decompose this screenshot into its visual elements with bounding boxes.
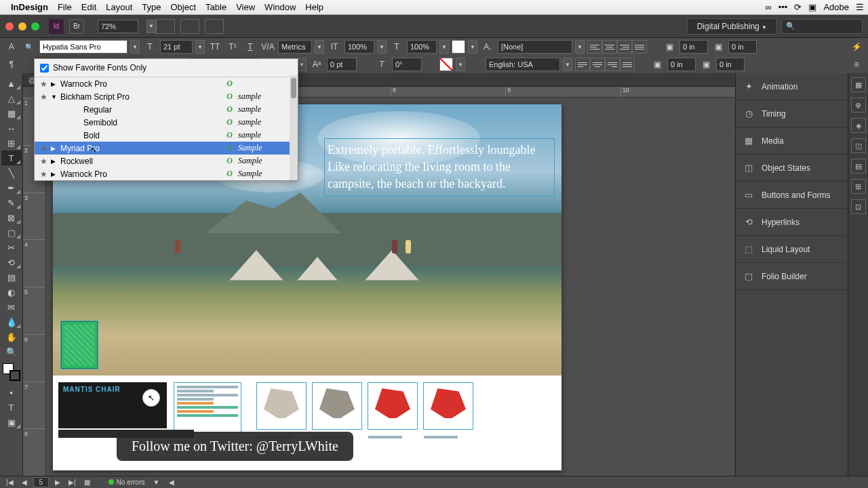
superscript-icon[interactable]: T¹ bbox=[225, 40, 240, 54]
font-row[interactable]: SemiboldOsample bbox=[35, 116, 298, 129]
vscale-dropdown[interactable]: ▼ bbox=[377, 40, 387, 54]
show-favorites-checkbox[interactable] bbox=[40, 64, 49, 73]
help-search[interactable]: 🔍 bbox=[781, 19, 863, 34]
justify-button[interactable] bbox=[632, 40, 647, 54]
favorite-star-icon[interactable]: ★ bbox=[40, 79, 51, 89]
panel-hyperlinks[interactable]: ⟲Hyperlinks bbox=[736, 209, 848, 236]
justify-last-center[interactable] bbox=[590, 58, 605, 71]
menubar-list-icon[interactable]: ☰ bbox=[856, 2, 864, 12]
favorite-star-icon[interactable]: ★ bbox=[40, 169, 51, 179]
kerning-field[interactable]: Metrics bbox=[278, 40, 312, 54]
pencil-tool[interactable]: ✎ bbox=[1, 195, 22, 210]
sidebar-block[interactable] bbox=[174, 382, 241, 433]
font-row[interactable]: ★▶Myriad Pro↖OSample bbox=[35, 142, 298, 155]
dock-icon[interactable]: ◈ bbox=[851, 118, 866, 133]
kerning-dropdown[interactable]: ▼ bbox=[315, 40, 324, 54]
first-page-button[interactable]: |◀ bbox=[4, 479, 16, 486]
screen-mode[interactable] bbox=[180, 19, 199, 34]
product-thumb[interactable] bbox=[368, 382, 418, 430]
align-center-button[interactable] bbox=[602, 40, 617, 54]
favorite-star-icon[interactable]: ★ bbox=[40, 157, 51, 166]
product-thumb[interactable] bbox=[256, 382, 307, 430]
inset-bottom-field[interactable]: 0 in bbox=[667, 58, 696, 71]
dock-icon[interactable]: ▦ bbox=[851, 77, 866, 92]
product-thumb[interactable] bbox=[423, 382, 473, 430]
justify-last-left[interactable] bbox=[575, 58, 590, 71]
pen-tool[interactable]: ✒ bbox=[1, 180, 22, 195]
align-right-button[interactable] bbox=[617, 40, 632, 54]
zoom-dropdown[interactable]: ▼ bbox=[146, 20, 156, 33]
workspace-switcher[interactable]: Digital Publishing ▼ bbox=[687, 18, 777, 35]
hero-text-frame[interactable]: Extremely portable. Effortlessly loungab… bbox=[324, 138, 555, 197]
expand-arrow-icon[interactable]: ▶ bbox=[51, 171, 60, 178]
inset-right-field[interactable]: 0 in bbox=[716, 58, 745, 71]
dock-icon[interactable]: ⊡ bbox=[851, 199, 866, 214]
panel-timing[interactable]: ◷Timing bbox=[736, 100, 848, 127]
font-row[interactable]: ★▶RockwellOSample bbox=[35, 155, 298, 167]
prev-page-button[interactable]: ◀ bbox=[20, 479, 29, 486]
fill-swatch[interactable] bbox=[452, 40, 465, 54]
note-tool[interactable]: ✉ bbox=[1, 300, 22, 314]
panel-animation[interactable]: ✦Animation bbox=[736, 73, 848, 100]
inset-left-field[interactable]: 0 in bbox=[728, 40, 757, 54]
font-row[interactable]: ★▶Warnock ProO bbox=[35, 77, 298, 90]
panel-media[interactable]: ▦Media bbox=[736, 127, 848, 155]
font-family-dropdown[interactable]: ▼ bbox=[130, 40, 140, 54]
baseline-field[interactable]: 0 pt bbox=[327, 58, 357, 71]
selection-tool[interactable]: ▲ bbox=[1, 76, 22, 91]
product-thumb[interactable] bbox=[312, 382, 362, 430]
view-mode-button[interactable]: ▣ bbox=[1, 415, 22, 430]
apply-color-icon[interactable]: ▪ bbox=[1, 385, 22, 400]
type-tool[interactable]: T bbox=[1, 150, 22, 165]
menu-help[interactable]: Help bbox=[305, 2, 323, 12]
menu-layout[interactable]: Layout bbox=[106, 2, 132, 12]
gap-tool[interactable]: ↔ bbox=[1, 121, 22, 136]
zoom-level[interactable]: 72% bbox=[98, 20, 138, 33]
rectangle-frame-tool[interactable]: ⊠ bbox=[1, 210, 22, 225]
menubar-sync-icon[interactable]: ⟳ bbox=[794, 2, 802, 12]
arrange-docs[interactable] bbox=[205, 19, 224, 34]
language-field[interactable]: English: USA bbox=[486, 58, 560, 71]
app-menu[interactable]: InDesign bbox=[11, 2, 48, 12]
hscale-field[interactable]: 100% bbox=[407, 40, 437, 54]
bridge-icon[interactable]: Br bbox=[69, 19, 84, 34]
dock-icon[interactable]: ⊕ bbox=[851, 98, 866, 113]
font-size-dropdown[interactable]: ▼ bbox=[195, 40, 205, 54]
charstyle-field[interactable]: [None] bbox=[498, 40, 572, 54]
panel-menu-icon[interactable]: ≡ bbox=[849, 58, 864, 71]
favorite-star-icon[interactable]: ★ bbox=[40, 144, 51, 153]
open-pages-button[interactable]: ▦ bbox=[82, 479, 92, 486]
panel-buttons-forms[interactable]: ▭Buttons and Forms bbox=[736, 182, 848, 209]
content-collector-tool[interactable]: ⊞ bbox=[1, 136, 22, 150]
title-block[interactable]: MANTIS CHAIR ↖ bbox=[58, 382, 167, 428]
menubar-cc-icon[interactable]: ∞ bbox=[765, 2, 771, 12]
menu-file[interactable]: File bbox=[58, 2, 72, 12]
stroke-dropdown[interactable]: ▼ bbox=[456, 58, 465, 71]
panel-liquid-layout[interactable]: ⬚Liquid Layout bbox=[736, 236, 848, 263]
quick-apply-icon[interactable]: ⚡ bbox=[849, 40, 864, 54]
language-dropdown[interactable]: ▼ bbox=[563, 58, 572, 71]
stroke-swatch[interactable] bbox=[439, 58, 453, 71]
page-number-field[interactable]: 5 bbox=[33, 477, 50, 487]
skew-field[interactable]: 0° bbox=[392, 58, 422, 71]
eyedropper-tool[interactable]: 💧 bbox=[1, 314, 22, 329]
rectangle-tool[interactable]: ▢ bbox=[1, 225, 22, 240]
menu-type[interactable]: Type bbox=[142, 2, 161, 12]
panel-object-states[interactable]: ◫Object States bbox=[736, 155, 848, 182]
font-list[interactable]: ★▶Warnock ProO★▼Bickham Script ProOsampl… bbox=[35, 77, 298, 180]
panel-folio-builder[interactable]: ▢Folio Builder bbox=[736, 263, 848, 290]
font-list-scrollbar[interactable] bbox=[290, 75, 298, 180]
next-page-button[interactable]: ▶ bbox=[53, 479, 62, 486]
align-left-button[interactable] bbox=[587, 40, 602, 54]
view-options[interactable] bbox=[156, 19, 175, 34]
justify-last-right[interactable] bbox=[605, 58, 620, 71]
underline-icon[interactable]: T bbox=[243, 40, 258, 54]
menu-table[interactable]: Table bbox=[205, 2, 226, 12]
allcaps-icon[interactable]: TT bbox=[208, 40, 222, 54]
gradient-swatch-tool[interactable]: ▤ bbox=[1, 270, 22, 285]
line-tool[interactable]: ╲ bbox=[1, 165, 22, 180]
zoom-tool[interactable]: 🔍 bbox=[1, 344, 22, 359]
justify-all[interactable] bbox=[620, 58, 635, 71]
menu-window[interactable]: Window bbox=[264, 2, 296, 12]
font-family-field[interactable]: Hypatia Sans Pro bbox=[39, 40, 127, 54]
